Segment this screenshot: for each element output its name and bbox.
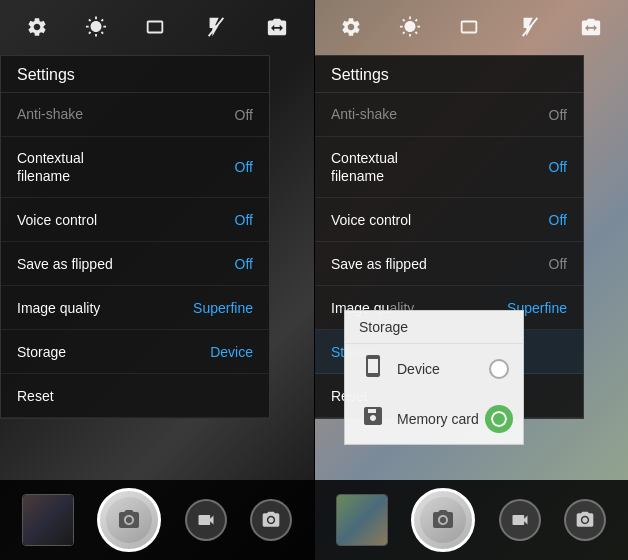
left-bottom-bar bbox=[0, 480, 314, 560]
left-settings-title: Settings bbox=[1, 56, 269, 93]
left-video-button[interactable] bbox=[185, 499, 227, 541]
left-quality-item[interactable]: Image quality Superfine bbox=[1, 286, 269, 330]
left-flipped-label: Save as flipped bbox=[17, 255, 113, 273]
left-photo-button[interactable] bbox=[250, 499, 292, 541]
aspect-icon[interactable] bbox=[144, 16, 166, 44]
device-radio[interactable] bbox=[489, 359, 509, 379]
right-voice-label: Voice control bbox=[331, 211, 411, 229]
right-toolbar bbox=[314, 0, 628, 60]
right-settings-title: Settings bbox=[315, 56, 583, 93]
left-contextual-item[interactable]: Contextualfilename Off bbox=[1, 137, 269, 198]
right-voice-value: Off bbox=[549, 212, 567, 228]
left-reset-item[interactable]: Reset bbox=[1, 374, 269, 418]
right-bottom-bar bbox=[314, 480, 628, 560]
right-antishake-value: Off bbox=[549, 107, 567, 123]
left-storage-value: Device bbox=[210, 344, 253, 360]
right-contextual-label: Contextualfilename bbox=[331, 149, 398, 185]
device-icon bbox=[359, 354, 387, 383]
storage-option-memcard[interactable]: Memory card bbox=[345, 394, 523, 444]
left-quality-label: Image quality bbox=[17, 299, 100, 317]
left-voice-value: Off bbox=[235, 212, 253, 228]
right-settings-icon[interactable] bbox=[340, 16, 362, 44]
left-contextual-value: Off bbox=[235, 159, 253, 175]
storage-option-device[interactable]: Device bbox=[345, 344, 523, 394]
left-reset-label: Reset bbox=[17, 387, 54, 405]
right-antishake-label: Anti-shake bbox=[331, 105, 397, 123]
left-settings-panel: Settings Anti-shake Off Contextualfilena… bbox=[0, 55, 270, 419]
storage-device-label: Device bbox=[397, 361, 479, 377]
left-quality-value: Superfine bbox=[193, 300, 253, 316]
right-panel: Settings Anti-shake Off Contextualfilena… bbox=[314, 0, 628, 560]
left-thumbnail[interactable] bbox=[22, 494, 74, 546]
right-camera-flip-icon[interactable] bbox=[580, 16, 602, 44]
panel-divider bbox=[314, 0, 315, 560]
left-toolbar bbox=[0, 0, 314, 60]
left-shutter-inner bbox=[106, 497, 152, 543]
storage-dropdown-title: Storage bbox=[345, 311, 523, 344]
left-storage-label: Storage bbox=[17, 343, 66, 361]
settings-icon[interactable] bbox=[26, 16, 48, 44]
right-flipped-item[interactable]: Save as flipped Off bbox=[315, 242, 583, 286]
memcard-icon bbox=[359, 404, 387, 433]
flash-icon[interactable] bbox=[203, 16, 229, 44]
right-shutter-inner bbox=[420, 497, 466, 543]
left-antishake-item[interactable]: Anti-shake Off bbox=[1, 93, 269, 137]
right-antishake-item[interactable]: Anti-shake Off bbox=[315, 93, 583, 137]
left-panel: Settings Anti-shake Off Contextualfilena… bbox=[0, 0, 314, 560]
left-voice-label: Voice control bbox=[17, 211, 97, 229]
right-shutter-button[interactable] bbox=[411, 488, 475, 552]
left-shutter-button[interactable] bbox=[97, 488, 161, 552]
right-flipped-label: Save as flipped bbox=[331, 255, 427, 273]
right-video-button[interactable] bbox=[499, 499, 541, 541]
storage-dropdown: Storage Device Memory card bbox=[344, 310, 524, 445]
right-flipped-value: Off bbox=[549, 256, 567, 272]
right-contextual-value: Off bbox=[549, 159, 567, 175]
camera-flip-icon[interactable] bbox=[266, 16, 288, 44]
left-antishake-value: Off bbox=[235, 107, 253, 123]
storage-memcard-label: Memory card bbox=[397, 411, 479, 427]
right-photo-button[interactable] bbox=[564, 499, 606, 541]
brightness-icon[interactable] bbox=[85, 16, 107, 44]
right-contextual-item[interactable]: Contextualfilename Off bbox=[315, 137, 583, 198]
left-flipped-value: Off bbox=[235, 256, 253, 272]
right-thumbnail[interactable] bbox=[336, 494, 388, 546]
left-voice-item[interactable]: Voice control Off bbox=[1, 198, 269, 242]
memcard-radio[interactable] bbox=[489, 409, 509, 429]
left-flipped-item[interactable]: Save as flipped Off bbox=[1, 242, 269, 286]
left-storage-item[interactable]: Storage Device bbox=[1, 330, 269, 374]
left-antishake-label: Anti-shake bbox=[17, 105, 83, 123]
right-brightness-icon[interactable] bbox=[399, 16, 421, 44]
right-voice-item[interactable]: Voice control Off bbox=[315, 198, 583, 242]
right-aspect-icon[interactable] bbox=[458, 16, 480, 44]
right-flash-icon[interactable] bbox=[517, 16, 543, 44]
left-contextual-label: Contextualfilename bbox=[17, 149, 84, 185]
